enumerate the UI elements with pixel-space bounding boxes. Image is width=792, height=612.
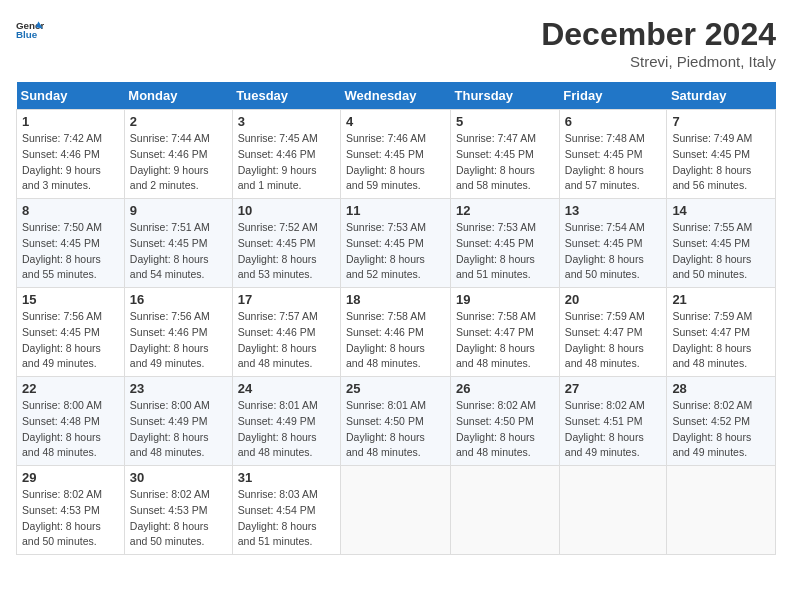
table-row: 11Sunrise: 7:53 AMSunset: 4:45 PMDayligh…	[341, 199, 451, 288]
table-row: 2Sunrise: 7:44 AMSunset: 4:46 PMDaylight…	[124, 110, 232, 199]
table-row	[451, 466, 560, 555]
table-row	[559, 466, 667, 555]
generalblue-logo-icon: General Blue	[16, 16, 44, 44]
col-wednesday: Wednesday	[341, 82, 451, 110]
col-thursday: Thursday	[451, 82, 560, 110]
table-row: 12Sunrise: 7:53 AMSunset: 4:45 PMDayligh…	[451, 199, 560, 288]
table-row: 13Sunrise: 7:54 AMSunset: 4:45 PMDayligh…	[559, 199, 667, 288]
table-row: 5Sunrise: 7:47 AMSunset: 4:45 PMDaylight…	[451, 110, 560, 199]
page-header: General Blue December 2024 Strevi, Piedm…	[16, 16, 776, 70]
table-row: 9Sunrise: 7:51 AMSunset: 4:45 PMDaylight…	[124, 199, 232, 288]
table-row: 23Sunrise: 8:00 AMSunset: 4:49 PMDayligh…	[124, 377, 232, 466]
col-monday: Monday	[124, 82, 232, 110]
table-row: 18Sunrise: 7:58 AMSunset: 4:46 PMDayligh…	[341, 288, 451, 377]
table-row: 28Sunrise: 8:02 AMSunset: 4:52 PMDayligh…	[667, 377, 776, 466]
col-tuesday: Tuesday	[232, 82, 340, 110]
table-row: 26Sunrise: 8:02 AMSunset: 4:50 PMDayligh…	[451, 377, 560, 466]
col-saturday: Saturday	[667, 82, 776, 110]
logo: General Blue	[16, 16, 44, 44]
table-row: 4Sunrise: 7:46 AMSunset: 4:45 PMDaylight…	[341, 110, 451, 199]
table-row: 19Sunrise: 7:58 AMSunset: 4:47 PMDayligh…	[451, 288, 560, 377]
table-row: 31Sunrise: 8:03 AMSunset: 4:54 PMDayligh…	[232, 466, 340, 555]
table-row: 20Sunrise: 7:59 AMSunset: 4:47 PMDayligh…	[559, 288, 667, 377]
col-friday: Friday	[559, 82, 667, 110]
table-row: 3Sunrise: 7:45 AMSunset: 4:46 PMDaylight…	[232, 110, 340, 199]
table-row: 10Sunrise: 7:52 AMSunset: 4:45 PMDayligh…	[232, 199, 340, 288]
table-row: 27Sunrise: 8:02 AMSunset: 4:51 PMDayligh…	[559, 377, 667, 466]
table-row: 6Sunrise: 7:48 AMSunset: 4:45 PMDaylight…	[559, 110, 667, 199]
table-row: 25Sunrise: 8:01 AMSunset: 4:50 PMDayligh…	[341, 377, 451, 466]
table-row: 7Sunrise: 7:49 AMSunset: 4:45 PMDaylight…	[667, 110, 776, 199]
table-row: 30Sunrise: 8:02 AMSunset: 4:53 PMDayligh…	[124, 466, 232, 555]
table-row: 22Sunrise: 8:00 AMSunset: 4:48 PMDayligh…	[17, 377, 125, 466]
table-row: 14Sunrise: 7:55 AMSunset: 4:45 PMDayligh…	[667, 199, 776, 288]
table-row: 17Sunrise: 7:57 AMSunset: 4:46 PMDayligh…	[232, 288, 340, 377]
svg-text:Blue: Blue	[16, 29, 38, 40]
table-row: 8Sunrise: 7:50 AMSunset: 4:45 PMDaylight…	[17, 199, 125, 288]
table-row	[667, 466, 776, 555]
month-title: December 2024	[541, 16, 776, 53]
table-row: 24Sunrise: 8:01 AMSunset: 4:49 PMDayligh…	[232, 377, 340, 466]
calendar-table: Sunday Monday Tuesday Wednesday Thursday…	[16, 82, 776, 555]
table-row: 29Sunrise: 8:02 AMSunset: 4:53 PMDayligh…	[17, 466, 125, 555]
table-row: 1Sunrise: 7:42 AMSunset: 4:46 PMDaylight…	[17, 110, 125, 199]
table-row: 15Sunrise: 7:56 AMSunset: 4:45 PMDayligh…	[17, 288, 125, 377]
col-sunday: Sunday	[17, 82, 125, 110]
table-row: 16Sunrise: 7:56 AMSunset: 4:46 PMDayligh…	[124, 288, 232, 377]
table-row	[341, 466, 451, 555]
location-subtitle: Strevi, Piedmont, Italy	[541, 53, 776, 70]
table-row: 21Sunrise: 7:59 AMSunset: 4:47 PMDayligh…	[667, 288, 776, 377]
calendar-header-row: Sunday Monday Tuesday Wednesday Thursday…	[17, 82, 776, 110]
title-block: December 2024 Strevi, Piedmont, Italy	[541, 16, 776, 70]
